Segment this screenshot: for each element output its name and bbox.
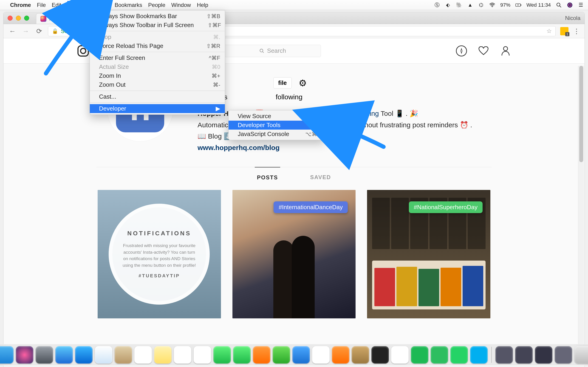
dock-stack-icon[interactable] [515, 346, 533, 364]
settings-gear-icon[interactable]: ⚙ [299, 78, 307, 88]
menu-file[interactable]: File [37, 2, 46, 8]
menu-bookmarks[interactable]: Bookmarks [115, 2, 142, 8]
menu-history[interactable]: History [91, 2, 109, 8]
dock-whatsapp-icon[interactable] [450, 346, 468, 364]
tab-saved[interactable]: SAVED [308, 167, 333, 188]
instagram-logo-icon[interactable] [77, 45, 89, 57]
scrollbar-thumb[interactable] [579, 66, 583, 162]
post-thumbnail[interactable]: #NationalSuperheroDay [367, 190, 490, 318]
evernote-menubar-icon[interactable]: 🐘 [456, 2, 462, 8]
menu-always-show-toolbar-fullscreen[interactable]: ✓Always Show Toolbar in Full Screen⇧⌘F [90, 21, 225, 30]
menubar-clock[interactable]: Wed 11:34 [527, 2, 551, 8]
menu-developer-tools[interactable]: Developer Tools⌥⌘I [229, 121, 325, 130]
instagram-search-input[interactable]: Search [225, 45, 321, 57]
dock-mail-icon[interactable] [95, 346, 112, 364]
dropbox-menubar-icon[interactable]: ⬖ [445, 2, 451, 8]
dock-separator [491, 347, 492, 363]
svg-rect-7 [78, 46, 88, 56]
menu-always-show-bookmarks[interactable]: Always Show Bookmarks Bar⇧⌘B [90, 12, 225, 21]
dock-evernote-icon[interactable] [431, 346, 448, 364]
skype-menubar-icon[interactable]: Ⓢ [434, 2, 440, 8]
dock-stack-icon[interactable] [495, 346, 513, 364]
tab-posts[interactable]: POSTS [255, 167, 280, 188]
explore-icon[interactable] [456, 45, 467, 56]
dock-app-icon[interactable] [372, 346, 389, 364]
bluetooth-menubar-icon[interactable]: ⌬ [478, 2, 484, 8]
menubar-app-name[interactable]: Chrome [10, 2, 31, 8]
drive-menubar-icon[interactable]: ▲ [467, 2, 473, 8]
menu-zoom-in[interactable]: Zoom In⌘+ [90, 71, 225, 80]
menu-stop: Stop⌘. [90, 33, 225, 42]
menu-help[interactable]: Help [197, 2, 208, 8]
edit-profile-button[interactable]: file [273, 77, 292, 89]
menu-zoom-out[interactable]: Zoom Out⌘- [90, 80, 225, 89]
post2-hashtag: #InternationalDanceDay [274, 201, 348, 213]
dock-calendar-icon[interactable] [134, 346, 152, 364]
dock-reminders-icon[interactable] [174, 346, 191, 364]
profile-icon[interactable] [500, 45, 511, 56]
spotlight-icon[interactable] [556, 2, 562, 8]
notification-center-icon[interactable]: ☰ [578, 2, 584, 8]
menu-view-source[interactable]: View Source⌥⌘U [229, 112, 325, 121]
dock-stack-icon[interactable] [555, 346, 572, 364]
dock-notes-icon[interactable] [154, 346, 172, 364]
post-thumbnail[interactable]: #InternationalDanceDay [233, 190, 356, 318]
dock-numbers-icon[interactable] [273, 346, 290, 364]
dock-facetime-icon[interactable] [233, 346, 251, 364]
wifi-menubar-icon[interactable] [489, 2, 495, 8]
menu-enter-fullscreen[interactable]: Enter Full Screen^⌘F [90, 53, 225, 62]
menu-window[interactable]: Window [171, 2, 191, 8]
dock-launchpad-icon[interactable] [36, 346, 53, 364]
fullscreen-window-button[interactable] [24, 16, 29, 21]
battery-percent[interactable]: 97% [500, 2, 510, 8]
reload-button[interactable]: ⟳ [35, 27, 43, 35]
menu-developer[interactable]: Developer▶ [90, 104, 225, 113]
bookmark-star-icon[interactable]: ☆ [546, 27, 552, 35]
dock-app-icon[interactable] [352, 346, 369, 364]
dock-pages-icon[interactable] [253, 346, 270, 364]
view-dropdown-menu: Always Show Bookmarks Bar⇧⌘B ✓Always Sho… [90, 10, 225, 115]
extension-icon[interactable] [560, 27, 569, 35]
minimize-window-button[interactable] [16, 16, 21, 21]
browser-tab[interactable]: Hopper H... [36, 13, 79, 24]
dock-messages-icon[interactable] [213, 346, 231, 364]
dock-stack-icon[interactable] [535, 346, 552, 364]
developer-submenu: View Source⌥⌘U Developer Tools⌥⌘I JavaSc… [228, 110, 325, 140]
dock-chrome-icon[interactable] [391, 346, 409, 364]
siri-icon[interactable] [567, 2, 573, 8]
bio-link[interactable]: www.hopperhq.com/blog [198, 144, 279, 151]
menu-people[interactable]: People [148, 2, 165, 8]
post1-heading: NOTIFICATIONS [127, 230, 191, 237]
secure-label: Secure [61, 28, 78, 34]
dock-photos-icon[interactable] [194, 346, 211, 364]
dock-finder-icon[interactable] [0, 346, 14, 364]
close-window-button[interactable] [8, 16, 13, 21]
dock-contacts-icon[interactable] [115, 346, 132, 364]
post-thumbnail[interactable]: NOTIFICATIONS Frustrated with missing yo… [98, 190, 221, 318]
menu-edit[interactable]: Edit [52, 2, 61, 8]
battery-icon[interactable] [515, 2, 521, 8]
vertical-scrollbar[interactable] [578, 66, 584, 362]
menu-cast[interactable]: Cast... [90, 92, 225, 101]
dock-siri-icon[interactable] [16, 346, 33, 364]
dock-spotify-icon[interactable] [411, 346, 428, 364]
chrome-menu-icon[interactable]: ⋮ [573, 27, 580, 35]
svg-point-8 [81, 48, 86, 53]
dock-trash-icon[interactable] [574, 346, 588, 364]
dock-keynote-icon[interactable] [292, 346, 310, 364]
activity-heart-icon[interactable] [478, 45, 489, 56]
menu-javascript-console[interactable]: JavaScript Console⌥⌘J [229, 130, 325, 139]
back-button[interactable]: ← [8, 27, 17, 35]
forward-button[interactable]: → [21, 27, 30, 35]
following-label[interactable]: following [276, 93, 303, 101]
dock-ibooks-icon[interactable] [332, 346, 349, 364]
dock-safari-icon[interactable] [55, 346, 73, 364]
dock-itunes-icon[interactable] [312, 346, 330, 364]
menu-view[interactable]: View [67, 1, 86, 9]
dock-appstore-icon[interactable] [75, 346, 93, 364]
menu-force-reload[interactable]: Force Reload This Page⇧⌘R [90, 42, 225, 50]
dock-skype-icon[interactable] [470, 346, 488, 364]
chrome-profile-name[interactable]: Nicola [565, 15, 580, 21]
post1-tag: #TUESDAYTIP [138, 273, 180, 278]
instagram-favicon-icon [40, 16, 46, 22]
